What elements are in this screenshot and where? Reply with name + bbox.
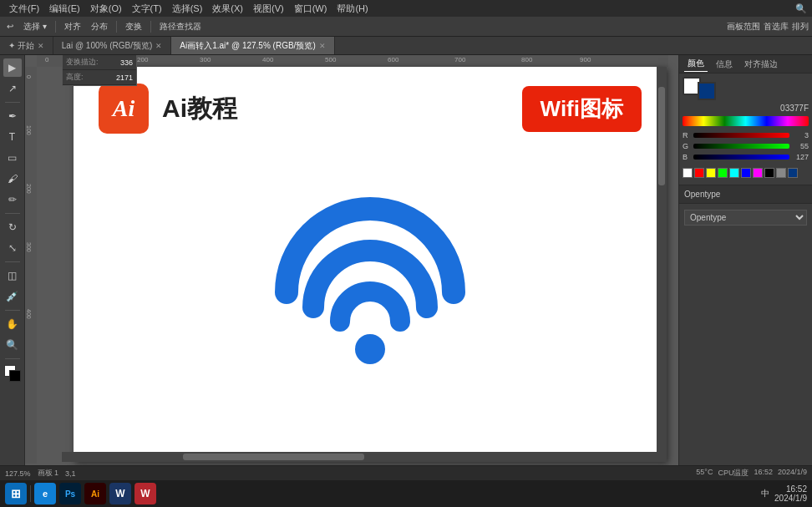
tab-main[interactable]: Ai画转入1.ai* @ 127.5% (RGB/预览) ✕ — [171, 37, 334, 54]
tool-pencil[interactable]: ✏ — [3, 190, 22, 209]
toolbar-back[interactable]: ↩ — [3, 20, 17, 33]
taskbar-w-red[interactable]: W — [134, 483, 156, 504]
tool-direct-select[interactable]: ↗ — [3, 79, 22, 98]
taskbar: ⊞ e Ps Ai W W 中 16:52 2024/1/9 — [0, 480, 812, 507]
toolbar-align[interactable]: 对齐 — [61, 19, 84, 34]
toolbar-transform[interactable]: 变换 — [122, 19, 145, 34]
tab-main-close[interactable]: ✕ — [319, 42, 326, 50]
scrollbar-vertical[interactable] — [657, 67, 667, 462]
status-date: 2024/1/9 — [778, 468, 807, 479]
canvas-area[interactable]: 0 100 200 300 400 500 600 700 800 900 0 … — [25, 55, 678, 474]
artboard-label: 画板范围 — [727, 21, 760, 33]
tool-rotate[interactable]: ↻ — [3, 218, 22, 236]
scroll-thumb-v[interactable] — [658, 87, 665, 185]
slider-b-track[interactable] — [693, 155, 789, 160]
search-icon[interactable]: 🔍 — [795, 3, 807, 14]
swatch-magenta[interactable] — [753, 168, 763, 178]
taskbar-ime: 中 — [761, 488, 769, 499]
tab-lai-close[interactable]: ✕ — [155, 42, 162, 50]
tool-zoom[interactable]: 🔍 — [3, 336, 22, 354]
color-panel-body: 03377F R 3 G 55 B 127 — [679, 74, 812, 181]
tab-lai-label: Lai @ 100% (RGB/预览) — [62, 40, 153, 52]
scroll-thumb-h[interactable] — [183, 454, 364, 460]
menu-item-text[interactable]: 文字(T) — [128, 2, 166, 16]
status-artboard: 画板 1 — [38, 468, 59, 479]
tool-shape[interactable]: ▭ — [3, 149, 22, 167]
tool-eyedropper[interactable]: 💉 — [3, 287, 22, 306]
tab-start[interactable]: ✦ 开始 ✕ — [0, 37, 53, 54]
font-select[interactable]: Opentype — [684, 210, 807, 226]
tool-hand[interactable]: ✋ — [3, 315, 22, 333]
artboard-title: Ai教程 — [162, 92, 237, 126]
menu-item-select[interactable]: 选择(S) — [168, 2, 207, 16]
fp-label-1: 变换描边: — [66, 57, 99, 68]
menu-item-view[interactable]: 视图(V) — [249, 2, 288, 16]
color-spectrum[interactable] — [683, 116, 809, 126]
taskbar-edge[interactable]: e — [34, 483, 56, 504]
swatch-gray[interactable] — [776, 168, 786, 178]
menu-bar: 文件(F) 编辑(E) 对象(O) 文字(T) 选择(S) 效果(X) 视图(V… — [0, 0, 812, 17]
menu-item-effect[interactable]: 效果(X) — [208, 2, 247, 16]
slider-g-val: 55 — [792, 142, 809, 150]
panel-type-label: Opentype — [684, 190, 720, 199]
menu-item-file[interactable]: 文件(F) — [5, 2, 43, 16]
status-bar: 127.5% 画板 1 3,1 55°C CPU温度 16:52 2024/1/… — [0, 465, 812, 480]
tool-sep-4 — [5, 310, 20, 311]
color-hex-value: 03377F — [683, 104, 809, 113]
toolbar-pathfinder[interactable]: 路径查找器 — [156, 19, 205, 34]
ai-logo: Ai — [99, 84, 149, 134]
color-selector[interactable] — [4, 365, 21, 382]
swatch-white[interactable] — [683, 168, 693, 178]
menu-item-edit[interactable]: 编辑(E) — [45, 2, 84, 16]
taskbar-w-blue[interactable]: W — [109, 483, 131, 504]
slider-g-track[interactable] — [693, 144, 789, 149]
view-mode-label: 首选库 — [764, 21, 789, 33]
artboard: Ai Ai教程 Wifi图标 — [74, 67, 667, 462]
swatch-grid — [683, 168, 809, 178]
panel-type-body: Opentype — [679, 204, 812, 231]
slider-r-val: 3 — [792, 131, 809, 139]
swatch-cyan[interactable] — [729, 168, 739, 178]
menu-item-object[interactable]: 对象(O) — [86, 2, 126, 16]
tab-lai[interactable]: Lai @ 100% (RGB/预览) ✕ — [53, 37, 172, 54]
fp-val-2: 2171 — [116, 74, 133, 82]
tool-paintbrush[interactable]: 🖌 — [3, 170, 22, 188]
tool-sep-1 — [5, 102, 20, 103]
swatch-yellow[interactable] — [706, 168, 716, 178]
panel-tab-info[interactable]: 信息 — [713, 57, 736, 72]
tool-gradient[interactable]: ◫ — [3, 266, 22, 285]
toolbar-select[interactable]: 选择 ▾ — [20, 19, 50, 34]
taskbar-start[interactable]: ⊞ — [5, 483, 27, 504]
wifi-badge-text: Wifi图标 — [540, 94, 623, 124]
taskbar-system-tray: 中 16:52 2024/1/9 — [761, 484, 807, 503]
tool-select[interactable]: ▶ — [3, 58, 22, 77]
wifi-svg — [270, 184, 470, 368]
taskbar-time-display: 16:52 — [774, 484, 807, 494]
slider-r-track[interactable] — [693, 133, 789, 138]
tab-start-close[interactable]: ✕ — [38, 42, 44, 50]
tool-scale[interactable]: ⤡ — [3, 239, 22, 257]
menu-item-help[interactable]: 帮助(H) — [332, 2, 372, 16]
menu-item-window[interactable]: 窗口(W) — [290, 2, 332, 16]
scrollbar-horizontal[interactable] — [62, 452, 667, 462]
taskbar-ps[interactable]: Ps — [59, 483, 81, 504]
slider-b-val: 127 — [792, 153, 809, 161]
swatch-green[interactable] — [718, 168, 728, 178]
status-size: 3,1 — [65, 469, 76, 478]
taskbar-ai[interactable]: Ai — [84, 483, 106, 504]
background-color[interactable] — [698, 82, 716, 100]
toolbar-distribute[interactable]: 分布 — [88, 19, 111, 34]
swatch-blue[interactable] — [741, 168, 751, 178]
swatch-red[interactable] — [694, 168, 704, 178]
svg-point-0 — [355, 334, 385, 364]
color-sliders: R 3 G 55 B 127 — [683, 131, 809, 161]
panel-tab-color[interactable]: 颜色 — [684, 56, 708, 72]
tool-pen[interactable]: ✒ — [3, 107, 22, 125]
panel-tab-align[interactable]: 对齐描边 — [741, 57, 781, 72]
tab-main-label: Ai画转入1.ai* @ 127.5% (RGB/预览) — [180, 40, 315, 52]
main-area: ▶ ↗ ✒ T ▭ 🖌 ✏ ↻ ⤡ ◫ 💉 ✋ 🔍 0 100 200 300 — [0, 55, 812, 474]
taskbar-sep-1 — [30, 485, 31, 502]
swatch-black[interactable] — [764, 168, 774, 178]
tool-text[interactable]: T — [3, 128, 22, 146]
swatch-blue-dark[interactable] — [788, 168, 798, 178]
